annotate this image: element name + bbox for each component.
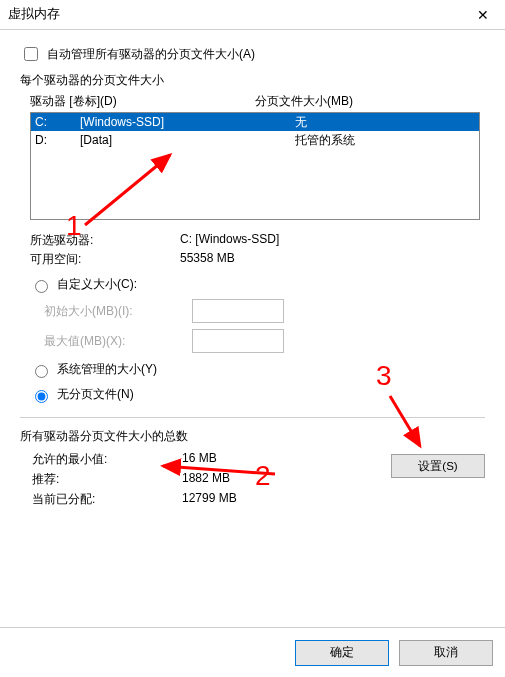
custom-size-radio[interactable] — [35, 280, 48, 293]
selected-drive-key: 所选驱动器: — [30, 232, 180, 249]
no-paging-radio[interactable] — [35, 390, 48, 403]
drive-letter: D: — [35, 131, 80, 149]
initial-size-input[interactable] — [192, 299, 284, 323]
auto-manage-checkbox[interactable] — [24, 47, 38, 61]
drive-size: 无 — [295, 113, 475, 131]
system-managed-radio-row[interactable]: 系统管理的大小(Y) — [30, 361, 485, 378]
titlebar: 虚拟内存 ✕ — [0, 0, 505, 30]
auto-manage-checkbox-row[interactable]: 自动管理所有驱动器的分页文件大小(A) — [20, 44, 485, 64]
auto-manage-label: 自动管理所有驱动器的分页文件大小(A) — [47, 46, 255, 63]
totals-rec-value: 1882 MB — [182, 471, 230, 488]
drive-list-header: 驱动器 [卷标](D) 分页文件大小(MB) — [30, 93, 485, 110]
button-bar: 确定 取消 — [0, 627, 505, 677]
totals-title: 所有驱动器分页文件大小的总数 — [20, 428, 485, 445]
no-paging-radio-row[interactable]: 无分页文件(N) — [30, 386, 485, 403]
totals-rec-key: 推荐: — [32, 471, 182, 488]
annotation-number-3: 3 — [376, 360, 392, 392]
system-managed-radio[interactable] — [35, 365, 48, 378]
window-title: 虚拟内存 — [8, 6, 60, 23]
drive-label: [Windows-SSD] — [80, 113, 295, 131]
drive-letter: C: — [35, 113, 80, 131]
drive-size: 托管的系统 — [295, 131, 475, 149]
header-drive: 驱动器 [卷标](D) — [30, 93, 255, 110]
totals-alloc-value: 12799 MB — [182, 491, 237, 508]
custom-size-label: 自定义大小(C): — [57, 276, 137, 293]
system-managed-label: 系统管理的大小(Y) — [57, 361, 157, 378]
totals-min-value: 16 MB — [182, 451, 217, 468]
totals-alloc-key: 当前已分配: — [32, 491, 182, 508]
cancel-button[interactable]: 取消 — [399, 640, 493, 666]
header-size: 分页文件大小(MB) — [255, 93, 485, 110]
selected-drive-value: C: [Windows-SSD] — [180, 232, 279, 249]
selected-drive-row: 所选驱动器: C: [Windows-SSD] — [20, 232, 485, 249]
custom-size-radio-row[interactable]: 自定义大小(C): — [30, 276, 485, 293]
free-space-key: 可用空间: — [30, 251, 180, 268]
set-button[interactable]: 设置(S) — [391, 454, 485, 478]
close-icon[interactable]: ✕ — [460, 0, 505, 30]
totals-min-key: 允许的最小值: — [32, 451, 182, 468]
annotation-number-1: 1 — [66, 210, 82, 242]
free-space-value: 55358 MB — [180, 251, 235, 268]
drive-list[interactable]: C: [Windows-SSD] 无 D: [Data] 托管的系统 — [30, 112, 480, 220]
no-paging-label: 无分页文件(N) — [57, 386, 134, 403]
ok-button[interactable]: 确定 — [295, 640, 389, 666]
drive-row-c[interactable]: C: [Windows-SSD] 无 — [31, 113, 479, 131]
annotation-number-2: 2 — [255, 460, 271, 492]
custom-size-inputs: 初始大小(MB)(I): 最大值(MB)(X): — [44, 299, 485, 353]
dialog-content: 自动管理所有驱动器的分页文件大小(A) 每个驱动器的分页文件大小 驱动器 [卷标… — [0, 30, 505, 525]
divider — [20, 417, 485, 418]
max-size-input[interactable] — [192, 329, 284, 353]
per-drive-label: 每个驱动器的分页文件大小 — [20, 72, 485, 89]
max-size-label: 最大值(MB)(X): — [44, 333, 184, 350]
initial-size-label: 初始大小(MB)(I): — [44, 303, 184, 320]
drive-row-d[interactable]: D: [Data] 托管的系统 — [31, 131, 479, 149]
totals-alloc-row: 当前已分配: 12799 MB — [32, 491, 485, 508]
free-space-row: 可用空间: 55358 MB — [20, 251, 485, 268]
drive-label: [Data] — [80, 131, 295, 149]
